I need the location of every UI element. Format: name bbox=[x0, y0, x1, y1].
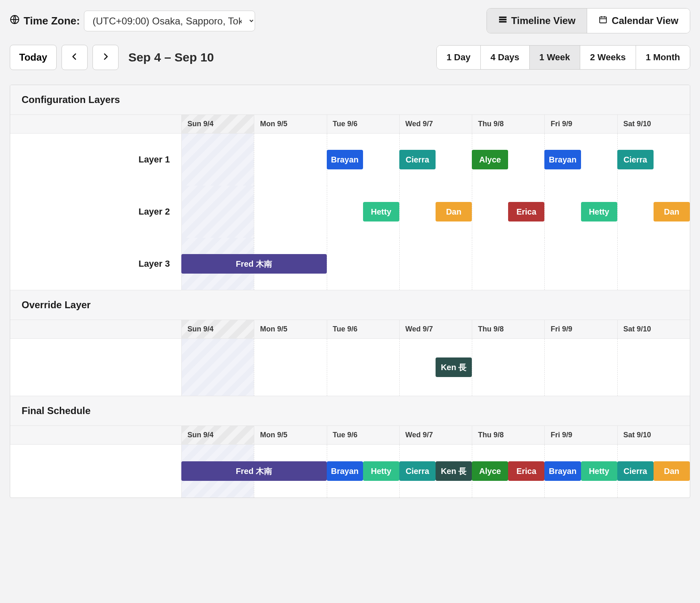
day-header: Sun 9/4 bbox=[181, 115, 254, 133]
grid-cell bbox=[327, 339, 399, 396]
event-block[interactable]: Brayan bbox=[544, 150, 581, 169]
event-block[interactable]: Cierra bbox=[617, 150, 654, 169]
event-block[interactable]: Cierra bbox=[617, 461, 654, 481]
row-label bbox=[10, 445, 181, 498]
day-header: Wed 9/7 bbox=[399, 426, 472, 444]
grid-cell bbox=[254, 339, 326, 396]
event-block[interactable]: Alyce bbox=[472, 461, 508, 481]
section-override-layer: Override Layer bbox=[10, 290, 690, 320]
day-header: Mon 9/5 bbox=[254, 426, 326, 444]
row-label: Layer 2 bbox=[10, 186, 181, 238]
time-zone-label: Time Zone: bbox=[24, 15, 80, 27]
arrow-left-icon bbox=[70, 52, 79, 63]
grid-cell bbox=[254, 186, 326, 238]
section-config-layers: Configuration Layers bbox=[10, 85, 690, 115]
event-block[interactable]: Dan bbox=[654, 461, 690, 481]
event-block[interactable]: Brayan bbox=[327, 461, 363, 481]
event-block[interactable]: Dan bbox=[654, 202, 690, 221]
day-header: Fri 9/9 bbox=[544, 320, 617, 338]
timeline-icon bbox=[498, 15, 507, 26]
time-zone-select[interactable]: (UTC+09:00) Osaka, Sapporo, Tokyo bbox=[84, 11, 255, 31]
day-header: Thu 9/8 bbox=[472, 115, 544, 133]
event-block[interactable]: Hetty bbox=[581, 461, 617, 481]
event-block[interactable]: Cierra bbox=[399, 461, 436, 481]
schedule-panel: Configuration Layers Sun 9/4Mon 9/5Tue 9… bbox=[10, 85, 690, 498]
day-header: Sat 9/10 bbox=[617, 320, 690, 338]
day-header: Thu 9/8 bbox=[472, 426, 544, 444]
grid-cell bbox=[181, 134, 254, 186]
calendar-view-label: Calendar View bbox=[612, 15, 678, 26]
row-label: Layer 1 bbox=[10, 134, 181, 186]
calendar-icon bbox=[599, 15, 608, 26]
day-header: Sun 9/4 bbox=[181, 426, 254, 444]
svg-rect-3 bbox=[499, 21, 506, 23]
timeline-view-label: Timeline View bbox=[511, 15, 576, 26]
day-header: Sun 9/4 bbox=[181, 320, 254, 338]
today-button[interactable]: Today bbox=[10, 45, 57, 70]
range-1-day[interactable]: 1 Day bbox=[437, 46, 480, 69]
event-block[interactable]: Brayan bbox=[544, 461, 581, 481]
grid-cell bbox=[544, 339, 617, 396]
grid-cell bbox=[181, 339, 254, 396]
event-block[interactable]: Hetty bbox=[581, 202, 617, 221]
day-header: Wed 9/7 bbox=[399, 115, 472, 133]
range-1-month[interactable]: 1 Month bbox=[636, 46, 690, 69]
day-header: Tue 9/6 bbox=[327, 426, 399, 444]
day-header: Fri 9/9 bbox=[544, 115, 617, 133]
event-block[interactable]: Brayan bbox=[327, 150, 363, 169]
svg-rect-4 bbox=[600, 17, 607, 23]
event-block[interactable]: Ken 長 bbox=[436, 357, 472, 377]
time-zone-group: Time Zone: (UTC+09:00) Osaka, Sapporo, T… bbox=[10, 11, 255, 31]
date-range-label: Sep 4 – Sep 10 bbox=[128, 50, 214, 64]
timeline-view-button[interactable]: Timeline View bbox=[487, 9, 587, 33]
day-header: Mon 9/5 bbox=[254, 320, 326, 338]
event-block[interactable]: Cierra bbox=[399, 150, 436, 169]
day-header: Fri 9/9 bbox=[544, 426, 617, 444]
event-block[interactable]: Ken 長 bbox=[436, 461, 472, 481]
svg-rect-2 bbox=[499, 19, 506, 20]
range-2-weeks[interactable]: 2 Weeks bbox=[580, 46, 636, 69]
grid-cell bbox=[399, 238, 472, 290]
day-header: Mon 9/5 bbox=[254, 115, 326, 133]
day-header: Tue 9/6 bbox=[327, 320, 399, 338]
day-header: Sat 9/10 bbox=[617, 426, 690, 444]
view-toggle: Timeline View Calendar View bbox=[486, 8, 691, 33]
range-4-days[interactable]: 4 Days bbox=[480, 46, 529, 69]
day-header: Sat 9/10 bbox=[617, 115, 690, 133]
event-block[interactable]: Fred 木南 bbox=[181, 254, 327, 274]
event-block[interactable]: Erica bbox=[508, 461, 544, 481]
grid-cell bbox=[254, 134, 326, 186]
event-block[interactable]: Dan bbox=[436, 202, 472, 221]
next-button[interactable] bbox=[92, 45, 119, 70]
row-label: Layer 3 bbox=[10, 238, 181, 290]
event-block[interactable]: Fred 木南 bbox=[181, 461, 327, 481]
arrow-right-icon bbox=[101, 52, 110, 63]
calendar-view-button[interactable]: Calendar View bbox=[587, 9, 690, 33]
svg-rect-1 bbox=[499, 17, 506, 18]
globe-icon bbox=[10, 15, 20, 27]
grid-cell bbox=[327, 238, 399, 290]
prev-button[interactable] bbox=[62, 45, 88, 70]
day-header: Tue 9/6 bbox=[327, 115, 399, 133]
event-block[interactable]: Hetty bbox=[363, 461, 399, 481]
event-block[interactable]: Hetty bbox=[363, 202, 399, 221]
range-toggle: 1 Day4 Days1 Week2 Weeks1 Month bbox=[436, 45, 690, 70]
grid-cell bbox=[617, 339, 690, 396]
day-header: Thu 9/8 bbox=[472, 320, 544, 338]
section-final-schedule: Final Schedule bbox=[10, 396, 690, 426]
grid-cell bbox=[181, 186, 254, 238]
event-block[interactable]: Erica bbox=[508, 202, 544, 221]
grid-cell bbox=[617, 238, 690, 290]
day-header: Wed 9/7 bbox=[399, 320, 472, 338]
row-label bbox=[10, 339, 181, 396]
grid-cell bbox=[472, 339, 544, 396]
grid-cell bbox=[544, 238, 617, 290]
grid-cell bbox=[472, 238, 544, 290]
event-block[interactable]: Alyce bbox=[472, 150, 508, 169]
range-1-week[interactable]: 1 Week bbox=[529, 46, 580, 69]
